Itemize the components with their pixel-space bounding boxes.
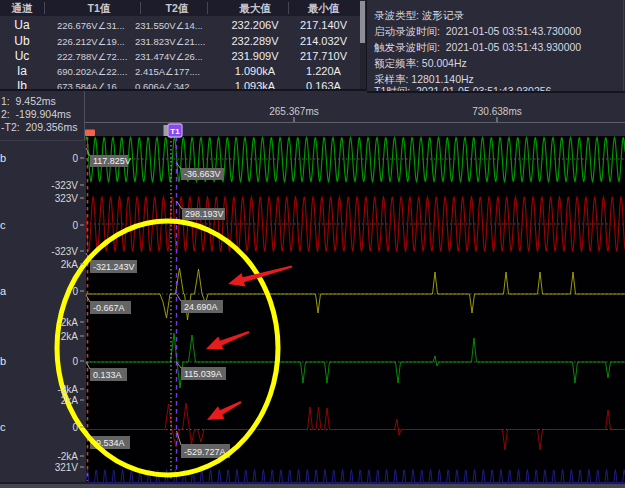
svg-text:-0.667A: -0.667A [93, 303, 125, 313]
svg-text:265.367ms: 265.367ms [269, 106, 318, 117]
svg-text:2kA: 2kA [61, 395, 79, 406]
svg-text:-323V: -323V [51, 180, 78, 191]
svg-text:c: c [0, 421, 6, 433]
svg-text:0: 0 [72, 286, 78, 297]
svg-text:730.638ms: 730.638ms [472, 106, 521, 117]
svg-text:b: b [0, 355, 6, 367]
svg-text:-529.727A: -529.727A [184, 447, 226, 457]
svg-text:-36.663V: -36.663V [184, 169, 221, 179]
svg-text:2kA: 2kA [61, 259, 79, 270]
svg-text:115.039A: 115.039A [184, 369, 222, 379]
svg-text:-323V: -323V [51, 246, 78, 257]
svg-text:T1: T1 [170, 127, 180, 136]
svg-text:323V: 323V [55, 193, 79, 204]
svg-text:117.825V: 117.825V [93, 156, 131, 166]
svg-text:0: 0 [72, 220, 78, 231]
svg-text:298.193V: 298.193V [185, 209, 224, 219]
svg-text:2kA: 2kA [61, 331, 79, 342]
svg-text:a: a [0, 285, 7, 297]
svg-text:-321.243V: -321.243V [93, 262, 135, 272]
svg-text:24.690A: 24.690A [184, 302, 218, 312]
svg-text:0: 0 [72, 356, 78, 367]
svg-text:b: b [0, 152, 6, 164]
svg-text:321V: 321V [55, 462, 79, 473]
svg-text:c: c [0, 219, 6, 231]
svg-text:-2kA: -2kA [57, 317, 78, 328]
svg-text:-2kA: -2kA [57, 384, 78, 395]
svg-text:-2kA: -2kA [57, 451, 78, 462]
svg-text:0: 0 [72, 153, 78, 164]
svg-text:0.133A: 0.133A [93, 370, 122, 380]
svg-text:0: 0 [72, 422, 78, 433]
